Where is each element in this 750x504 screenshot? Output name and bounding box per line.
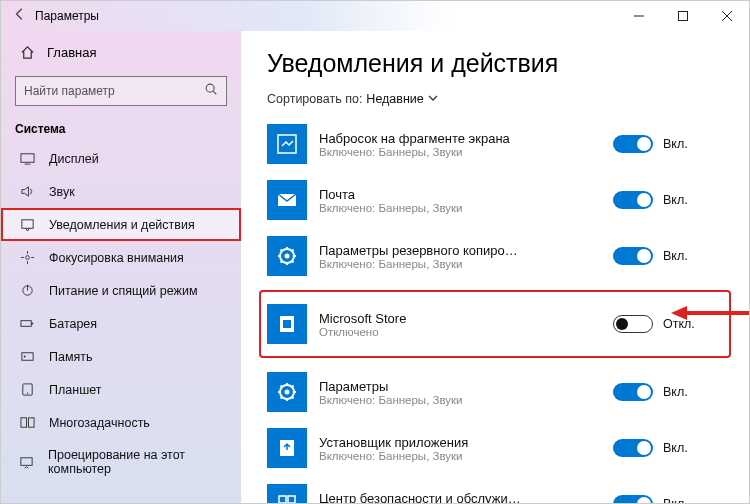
storage-icon [19,349,35,364]
home-button[interactable]: Главная [1,41,241,70]
app-name: Параметры резервного копиро… [319,243,601,258]
svg-rect-1 [679,12,688,21]
svg-rect-13 [31,323,33,325]
svg-point-9 [25,256,29,260]
search-placeholder: Найти параметр [24,84,115,98]
home-label: Главная [47,45,96,60]
app-icon [267,236,307,276]
sidebar-item-projecting[interactable]: Проецирование на этот компьютер [1,439,241,485]
sidebar-item-label: Батарея [49,317,97,331]
svg-rect-6 [20,154,33,162]
toggle-switch[interactable] [613,383,653,401]
power-icon [19,283,35,298]
titlebar: Параметры [1,1,749,31]
sidebar-item-label: Планшет [49,383,101,397]
app-row[interactable]: Microsoft StoreОтключеноОткл. [267,296,723,352]
toggle-switch[interactable] [613,135,653,153]
maximize-button[interactable] [661,1,705,31]
toggle-state-label: Вкл. [663,249,688,263]
minimize-button[interactable] [617,1,661,31]
toggle-switch[interactable] [613,247,653,265]
svg-line-5 [213,91,216,94]
sort-label: Сортировать по: [267,92,362,106]
svg-rect-8 [21,220,32,228]
app-name: Microsoft Store [319,311,601,326]
sidebar-item-power[interactable]: Питание и спящий режим [1,274,241,307]
app-row[interactable]: Центр безопасности и обслужи…Включено: Б… [267,476,723,503]
svg-point-30 [285,390,290,395]
app-row[interactable]: ПараметрыВключено: Баннеры, ЗвукиВкл. [267,364,723,420]
app-name: Набросок на фрагменте экрана [319,131,601,146]
app-subtitle: Включено: Баннеры, Звуки [319,258,601,270]
app-subtitle: Включено: Баннеры, Звуки [319,394,601,406]
toggle-switch[interactable] [613,495,653,503]
app-row[interactable]: Параметры резервного копиро…Включено: Ба… [267,228,723,284]
sidebar-item-display[interactable]: Дисплей [1,142,241,175]
notifications-icon [19,217,35,232]
svg-rect-20 [21,457,32,465]
sidebar-item-notifications[interactable]: Уведомления и действия [1,208,241,241]
app-subtitle: Отключено [319,326,601,338]
content-area: Уведомления и действия Сортировать по: Н… [241,31,749,503]
toggle-state-label: Откл. [663,317,695,331]
page-title: Уведомления и действия [267,49,723,78]
sidebar-item-tablet[interactable]: Планшет [1,373,241,406]
multitasking-icon [19,415,35,430]
toggle-state-label: Вкл. [663,497,688,503]
svg-point-15 [23,356,25,358]
app-name: Параметры [319,379,601,394]
tablet-icon [19,382,35,397]
sidebar-item-sound[interactable]: Звук [1,175,241,208]
app-icon [267,372,307,412]
svg-rect-26 [283,320,291,328]
app-name: Почта [319,187,601,202]
window-title: Параметры [35,9,99,23]
sidebar-item-label: Проецирование на этот компьютер [48,448,227,476]
sidebar-item-label: Дисплей [49,152,99,166]
sidebar-item-multitasking[interactable]: Многозадачность [1,406,241,439]
app-subtitle: Включено: Баннеры, Звуки [319,146,601,158]
sidebar-item-storage[interactable]: Память [1,340,241,373]
chevron-down-icon [428,92,438,106]
section-label: Система [1,116,241,142]
sidebar-item-label: Уведомления и действия [49,218,195,232]
toggle-state-label: Вкл. [663,193,688,207]
sort-dropdown[interactable]: Сортировать по: Недавние [267,92,723,106]
back-icon[interactable] [13,7,27,25]
svg-point-24 [285,254,290,259]
svg-rect-12 [20,321,30,327]
sidebar-item-label: Звук [49,185,75,199]
sidebar-item-battery[interactable]: Батарея [1,307,241,340]
app-row[interactable]: ПочтаВключено: Баннеры, ЗвукиВкл. [267,172,723,228]
sidebar-item-label: Память [49,350,93,364]
app-subtitle: Включено: Баннеры, Звуки [319,202,601,214]
close-button[interactable] [705,1,749,31]
sidebar-item-focus[interactable]: Фокусировка внимания [1,241,241,274]
svg-rect-33 [288,496,295,503]
battery-icon [19,316,35,331]
app-icon [267,484,307,503]
app-icon [267,304,307,344]
toggle-switch[interactable] [613,439,653,457]
svg-point-4 [206,84,214,92]
sidebar-item-label: Фокусировка внимания [49,251,184,265]
display-icon [19,151,35,166]
app-name: Центр безопасности и обслужи… [319,491,601,504]
sound-icon [19,184,35,199]
toggle-switch[interactable] [613,191,653,209]
svg-rect-32 [279,496,286,503]
app-name: Установщик приложения [319,435,601,450]
toggle-switch[interactable] [613,315,653,333]
app-row[interactable]: Установщик приложенияВключено: Баннеры, … [267,420,723,476]
app-row[interactable]: Набросок на фрагменте экранаВключено: Ба… [267,116,723,172]
app-subtitle: Включено: Баннеры, Звуки [319,450,601,462]
sidebar-item-label: Питание и спящий режим [49,284,197,298]
home-icon [19,45,35,60]
app-icon [267,428,307,468]
search-input[interactable]: Найти параметр [15,76,227,106]
settings-window: Параметры Главная Найти параметр Систем [0,0,750,504]
svg-rect-14 [21,353,32,361]
app-icon [267,180,307,220]
sidebar-item-label: Многозадачность [49,416,150,430]
sidebar: Главная Найти параметр Система Дисплей З… [1,31,241,503]
